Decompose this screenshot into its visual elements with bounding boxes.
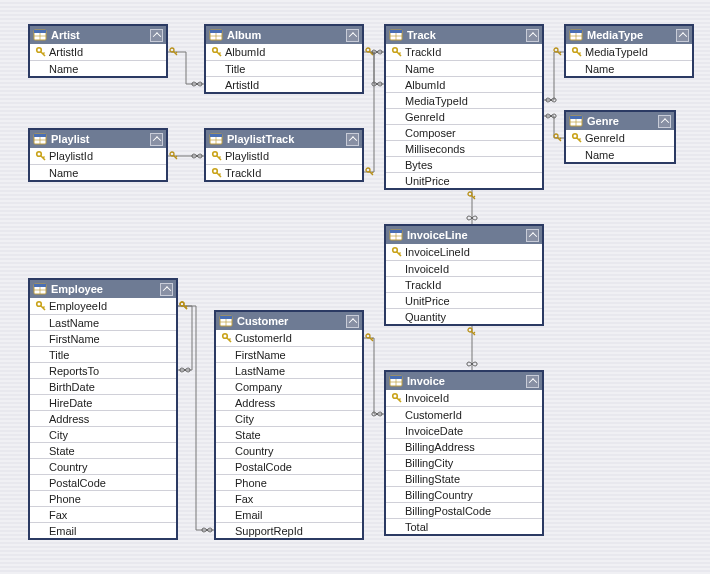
column-row[interactable]: Title [206, 60, 362, 76]
column-row[interactable]: FirstName [216, 346, 362, 362]
column-row[interactable]: Country [30, 458, 176, 474]
table-employee[interactable]: Employee EmployeeIdLastNameFirstNameTitl… [28, 278, 178, 540]
column-row[interactable]: Quantity [386, 308, 542, 324]
column-row[interactable]: Name [566, 146, 674, 162]
column-row[interactable]: UnitPrice [386, 172, 542, 188]
column-row[interactable]: PlaylistId [30, 148, 166, 164]
table-customer[interactable]: Customer CustomerIdFirstNameLastNameComp… [214, 310, 364, 540]
table-artist[interactable]: Artist ArtistIdName [28, 24, 168, 78]
column-row[interactable]: LastName [30, 314, 176, 330]
column-row[interactable]: ArtistId [206, 76, 362, 92]
column-row[interactable]: Email [216, 506, 362, 522]
table-header[interactable]: Album [206, 26, 362, 44]
column-row[interactable]: Title [30, 346, 176, 362]
column-row[interactable]: InvoiceId [386, 260, 542, 276]
column-row[interactable]: Company [216, 378, 362, 394]
column-row[interactable]: PlaylistId [206, 148, 362, 164]
column-row[interactable]: PostalCode [30, 474, 176, 490]
primary-key-icon [569, 46, 585, 58]
column-row[interactable]: InvoiceId [386, 390, 542, 406]
column-row[interactable]: BillingState [386, 470, 542, 486]
column-row[interactable]: Composer [386, 124, 542, 140]
table-playlist[interactable]: Playlist PlaylistIdName [28, 128, 168, 182]
column-row[interactable]: Name [566, 60, 692, 76]
column-row[interactable]: InvoiceLineId [386, 244, 542, 260]
column-row[interactable]: City [30, 426, 176, 442]
svg-point-12 [170, 152, 174, 156]
column-row[interactable]: Phone [30, 490, 176, 506]
column-row[interactable]: EmployeeId [30, 298, 176, 314]
column-row[interactable]: MediaTypeId [386, 92, 542, 108]
table-header[interactable]: MediaType [566, 26, 692, 44]
column-row[interactable]: BillingAddress [386, 438, 542, 454]
table-header[interactable]: Employee [30, 280, 176, 298]
table-header[interactable]: InvoiceLine [386, 226, 542, 244]
collapse-icon[interactable] [160, 283, 173, 296]
column-row[interactable]: TrackId [386, 276, 542, 292]
collapse-icon[interactable] [346, 29, 359, 42]
collapse-icon[interactable] [658, 115, 671, 128]
column-row[interactable]: Total [386, 518, 542, 534]
column-row[interactable]: Address [30, 410, 176, 426]
collapse-icon[interactable] [526, 229, 539, 242]
table-header[interactable]: Playlist [30, 130, 166, 148]
table-header[interactable]: Customer [216, 312, 362, 330]
column-row[interactable]: Name [30, 60, 166, 76]
collapse-icon[interactable] [346, 315, 359, 328]
table-mediatype[interactable]: MediaType MediaTypeIdName [564, 24, 694, 78]
column-row[interactable]: ReportsTo [30, 362, 176, 378]
column-row[interactable]: Phone [216, 474, 362, 490]
column-row[interactable]: ArtistId [30, 44, 166, 60]
column-row[interactable]: PostalCode [216, 458, 362, 474]
collapse-icon[interactable] [526, 375, 539, 388]
column-row[interactable]: GenreId [386, 108, 542, 124]
table-header[interactable]: PlaylistTrack [206, 130, 362, 148]
column-row[interactable]: HireDate [30, 394, 176, 410]
column-row[interactable]: AlbumId [386, 76, 542, 92]
column-row[interactable]: Name [386, 60, 542, 76]
column-row[interactable]: BillingCity [386, 454, 542, 470]
table-header[interactable]: Genre [566, 112, 674, 130]
column-row[interactable]: Bytes [386, 156, 542, 172]
table-genre[interactable]: Genre GenreIdName [564, 110, 676, 164]
collapse-icon[interactable] [150, 133, 163, 146]
column-row[interactable]: Country [216, 442, 362, 458]
column-row[interactable]: Fax [30, 506, 176, 522]
column-row[interactable]: GenreId [566, 130, 674, 146]
column-row[interactable]: TrackId [386, 44, 542, 60]
collapse-icon[interactable] [526, 29, 539, 42]
column-row[interactable]: Fax [216, 490, 362, 506]
collapse-icon[interactable] [676, 29, 689, 42]
table-invoice[interactable]: Invoice InvoiceIdCustomerIdInvoiceDateBi… [384, 370, 544, 536]
column-row[interactable]: InvoiceDate [386, 422, 542, 438]
column-row[interactable]: State [30, 442, 176, 458]
column-row[interactable]: CustomerId [216, 330, 362, 346]
column-row[interactable]: AlbumId [206, 44, 362, 60]
column-row[interactable]: UnitPrice [386, 292, 542, 308]
column-row[interactable]: LastName [216, 362, 362, 378]
table-track[interactable]: Track TrackIdNameAlbumIdMediaTypeIdGenre… [384, 24, 544, 190]
column-row[interactable]: CustomerId [386, 406, 542, 422]
column-row[interactable]: BillingPostalCode [386, 502, 542, 518]
column-row[interactable]: BirthDate [30, 378, 176, 394]
column-row[interactable]: Name [30, 164, 166, 180]
collapse-icon[interactable] [150, 29, 163, 42]
table-header[interactable]: Invoice [386, 372, 542, 390]
column-row[interactable]: TrackId [206, 164, 362, 180]
column-row[interactable]: BillingCountry [386, 486, 542, 502]
column-row[interactable]: SupportRepId [216, 522, 362, 538]
svg-point-32 [180, 302, 184, 306]
column-row[interactable]: Milliseconds [386, 140, 542, 156]
column-row[interactable]: Email [30, 522, 176, 538]
column-row[interactable]: State [216, 426, 362, 442]
table-header[interactable]: Track [386, 26, 542, 44]
table-invoiceline[interactable]: InvoiceLine InvoiceLineIdInvoiceIdTrackI… [384, 224, 544, 326]
column-row[interactable]: FirstName [30, 330, 176, 346]
table-album[interactable]: Album AlbumIdTitleArtistId [204, 24, 364, 94]
column-row[interactable]: Address [216, 394, 362, 410]
column-row[interactable]: City [216, 410, 362, 426]
column-row[interactable]: MediaTypeId [566, 44, 692, 60]
table-header[interactable]: Artist [30, 26, 166, 44]
collapse-icon[interactable] [346, 133, 359, 146]
table-playlisttrack[interactable]: PlaylistTrack PlaylistId TrackId [204, 128, 364, 182]
